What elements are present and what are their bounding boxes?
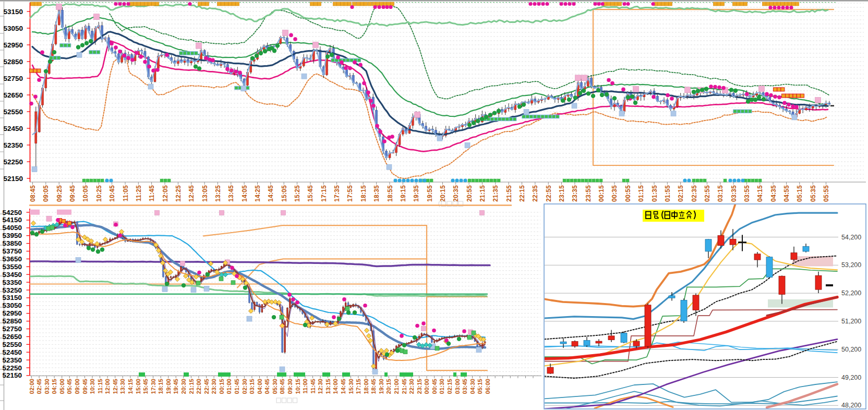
svg-text:22:55: 22:55 (545, 185, 552, 202)
svg-text:22:00: 22:00 (196, 379, 202, 394)
svg-text:53450: 53450 (2, 271, 22, 279)
svg-text:17:15: 17:15 (320, 185, 328, 202)
svg-text:12:30: 12:30 (317, 379, 323, 394)
svg-text:52950: 52950 (3, 41, 23, 49)
svg-text:05:00: 05:00 (59, 379, 65, 394)
svg-text:52550: 52550 (3, 108, 23, 116)
svg-text:19:00: 19:00 (165, 379, 172, 394)
svg-text:53,200: 53,200 (841, 261, 861, 269)
svg-text:17:55: 17:55 (346, 185, 354, 202)
svg-text:54150: 54150 (2, 216, 22, 224)
svg-text:14:15: 14:15 (127, 378, 134, 394)
svg-text:20:55: 20:55 (466, 185, 473, 202)
svg-text:52950: 52950 (2, 309, 22, 317)
svg-text:02:35: 02:35 (691, 185, 698, 202)
svg-text:52250: 52250 (2, 364, 22, 372)
svg-text:15:05: 15:05 (281, 185, 288, 202)
svg-text:20:15: 20:15 (385, 378, 392, 394)
svg-text:10:45: 10:45 (108, 185, 116, 202)
svg-text:12:00: 12:00 (104, 379, 111, 394)
svg-text:53550: 53550 (2, 263, 22, 271)
svg-text:01:00: 01:00 (226, 379, 232, 394)
svg-text:21:45: 21:45 (401, 378, 407, 394)
svg-text:18:15: 18:15 (158, 378, 164, 394)
svg-text:13:45: 13:45 (227, 185, 235, 202)
svg-text:52650: 52650 (3, 91, 23, 99)
svg-text:05:45: 05:45 (66, 378, 73, 394)
svg-text:02:45: 02:45 (36, 378, 42, 394)
svg-text:53150: 53150 (2, 294, 22, 302)
svg-text:54,200: 54,200 (841, 234, 861, 241)
svg-text:51,200: 51,200 (841, 318, 861, 325)
svg-text:02:15: 02:15 (447, 378, 453, 394)
svg-text:09:25: 09:25 (56, 185, 63, 202)
svg-text:00:00: 00:00 (424, 379, 430, 394)
svg-text:52,200: 52,200 (841, 290, 861, 297)
svg-text:12:05: 12:05 (162, 185, 169, 202)
svg-text:18:55: 18:55 (387, 185, 394, 202)
svg-text:23:30: 23:30 (211, 379, 217, 394)
svg-text:52350: 52350 (2, 356, 22, 364)
svg-text:03:15: 03:15 (717, 185, 724, 202)
svg-text:19:45: 19:45 (173, 378, 179, 394)
svg-text:05:15: 05:15 (796, 185, 803, 202)
svg-text:21:15: 21:15 (479, 185, 486, 202)
svg-text:05:55: 05:55 (823, 185, 830, 202)
svg-text:18:00: 18:00 (363, 379, 369, 394)
svg-text:54050: 54050 (2, 224, 22, 232)
svg-text:10:15: 10:15 (295, 378, 301, 394)
svg-text:10:25: 10:25 (95, 185, 103, 202)
svg-text:22:35: 22:35 (532, 185, 539, 202)
svg-text:05:15: 05:15 (477, 378, 483, 394)
svg-text:19:55: 19:55 (426, 185, 433, 202)
svg-text:00:55: 00:55 (624, 185, 632, 202)
svg-text:05:30: 05:30 (272, 379, 278, 394)
svg-text:00:45: 00:45 (431, 378, 438, 394)
svg-text:11:25: 11:25 (135, 185, 142, 201)
svg-text:23:35: 23:35 (571, 185, 578, 202)
svg-text:21:55: 21:55 (505, 185, 513, 202)
svg-text:06:00: 06:00 (485, 379, 491, 394)
svg-text:52850: 52850 (3, 58, 23, 66)
svg-text:20:15: 20:15 (439, 185, 447, 202)
svg-text:23:55: 23:55 (585, 185, 592, 202)
svg-text:14:05: 14:05 (241, 185, 248, 202)
svg-text:13:30: 13:30 (119, 379, 126, 394)
svg-text:03:30: 03:30 (44, 379, 50, 394)
svg-text:09:45: 09:45 (82, 378, 88, 394)
svg-text:10:05: 10:05 (82, 185, 89, 202)
svg-text:13:05: 13:05 (201, 185, 209, 202)
svg-text:17:15: 17:15 (355, 378, 361, 394)
svg-text:04:55: 04:55 (783, 185, 790, 202)
svg-text:14:45: 14:45 (267, 185, 274, 202)
svg-text:52550: 52550 (2, 341, 22, 348)
svg-text:01:15: 01:15 (637, 185, 645, 202)
svg-text:14:00: 14:00 (332, 379, 339, 394)
svg-text:23:15: 23:15 (416, 378, 423, 394)
svg-text:20:30: 20:30 (180, 379, 187, 394)
svg-text:18:15: 18:15 (360, 185, 367, 202)
svg-text:09:45: 09:45 (69, 185, 76, 202)
svg-text:52350: 52350 (3, 141, 23, 149)
svg-text:12:45: 12:45 (112, 378, 118, 394)
svg-text:53850: 53850 (2, 239, 22, 247)
svg-text:02:30: 02:30 (242, 379, 248, 394)
svg-text:52850: 52850 (2, 317, 22, 325)
svg-text:53650: 53650 (2, 255, 22, 263)
svg-text:18:45: 18:45 (370, 378, 377, 394)
svg-text:53750: 53750 (2, 247, 22, 255)
svg-text:48,200: 48,200 (841, 402, 861, 409)
svg-text:04:15: 04:15 (756, 185, 764, 202)
svg-text:12:45: 12:45 (188, 185, 195, 202)
svg-text:11:45: 11:45 (310, 378, 316, 393)
svg-text:52250: 52250 (3, 158, 23, 166)
svg-text:18:35: 18:35 (373, 185, 380, 202)
svg-text:52650: 52650 (2, 333, 22, 341)
svg-text:12:25: 12:25 (175, 185, 182, 202)
svg-text:17:30: 17:30 (150, 379, 156, 394)
svg-text:21:00: 21:00 (393, 379, 400, 394)
svg-text:19:35: 19:35 (413, 185, 420, 202)
svg-text:09:30: 09:30 (287, 379, 293, 394)
svg-text:23:15: 23:15 (558, 185, 565, 202)
svg-text:11:15: 11:15 (97, 378, 103, 393)
